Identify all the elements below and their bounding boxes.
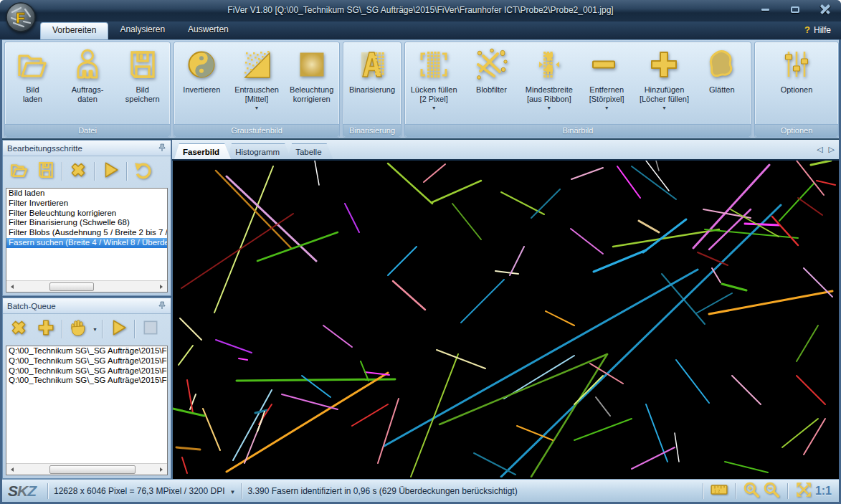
list-item[interactable]: Q:\00_Technikum SG\_SG Aufträge\2015\FiV	[6, 346, 167, 356]
run-batch-button[interactable]	[107, 318, 130, 341]
help-button[interactable]: ? Hilfe	[804, 24, 831, 35]
save-steps-button[interactable]	[34, 160, 57, 183]
ribbon-button-beleuchtung[interactable]: Beleuchtungkorrigieren	[284, 46, 339, 103]
list-item[interactable]: Q:\00_Technikum SG\_SG Aufträge\2015\FiV	[6, 356, 167, 366]
ribbon-button-entfernen[interactable]: Entfernen[Störpixel]▼	[578, 46, 635, 110]
tab-scroll-left-icon[interactable]: ◁	[817, 144, 822, 154]
tab-analysieren[interactable]: Analysieren	[108, 22, 176, 39]
statusbar-divider	[735, 483, 736, 499]
add-batch-button[interactable]	[34, 318, 57, 341]
batch-queue-list[interactable]: Q:\00_Technikum SG\_SG Aufträge\2015\FiV…	[6, 346, 168, 475]
zoom-out-button[interactable]	[761, 482, 781, 500]
viewer-tab-tabelle[interactable]: Tabelle	[287, 143, 333, 159]
list-item[interactable]: Fasern suchen (Breite 4 / Winkel 8 / Übe…	[6, 238, 167, 248]
ribbon-group-datei: BildladenAuftrags-datenBildspeichernDate…	[4, 42, 171, 138]
zoom-ratio-button[interactable]: 1:1	[815, 485, 832, 498]
ribbon-button-mindestbreite[interactable]: Mindestbreite[aus Ribbon]▼	[521, 46, 578, 110]
measure-icon: 1 2	[710, 480, 728, 502]
ribbon-button-auftrags[interactable]: Auftrags-daten	[60, 46, 115, 103]
denoise-icon	[239, 47, 274, 82]
chevron-down-icon: ▼	[230, 489, 236, 495]
button-label: Entrauschen[Mittel]	[234, 85, 279, 103]
list-item[interactable]: Filter Blobs (Ausdehnung 5 / Breite 2 bi…	[6, 228, 167, 238]
measure-button[interactable]: 1 2	[709, 482, 729, 500]
open-steps-button[interactable]	[7, 160, 30, 183]
clear-batch-button[interactable]	[7, 318, 30, 341]
maximize-button[interactable]	[785, 3, 805, 16]
scrollbar-thumb[interactable]	[49, 282, 94, 291]
chevron-down-icon[interactable]: ▼	[255, 105, 260, 110]
processing-steps-list[interactable]: Bild ladenFilter InvertierenFilter Beleu…	[6, 188, 168, 293]
ribbon-button-entrauschen[interactable]: Entrauschen[Mittel]▼	[229, 46, 285, 110]
ribbon-button-hinzufügen[interactable]: Hinzufügen[Löcher füllen]▼	[635, 46, 693, 110]
viewer-tab-faserbild[interactable]: Faserbild	[174, 143, 231, 159]
list-item[interactable]: Filter Binarisierung (Schwelle 68)	[6, 218, 167, 228]
ribbon-button-invertieren[interactable]: Invertieren	[174, 46, 229, 95]
ribbon-button-binarisierung[interactable]: Binarisierung	[343, 46, 401, 95]
button-label: Auftrags-daten	[72, 85, 104, 103]
zoom-in-button[interactable]	[741, 482, 761, 500]
delete-step-button[interactable]	[67, 160, 90, 183]
pause-batch-icon	[69, 318, 87, 340]
ribbon-button-blobfilter[interactable]: Blobfilter	[462, 46, 520, 95]
add-icon	[647, 47, 681, 82]
ribbon-button-bild[interactable]: Bildspeichern	[115, 46, 170, 103]
undo-button[interactable]	[131, 160, 154, 183]
list-item[interactable]: Filter Invertieren	[6, 199, 167, 209]
toolbar-divider	[102, 320, 103, 338]
statusbar-tools: 1 2	[709, 482, 814, 500]
ribbon-button-lücken-füllen[interactable]: Lücken füllen[2 Pixel]▼	[405, 46, 462, 110]
fiber-image-canvas[interactable]	[172, 161, 839, 479]
button-label: Invertieren	[183, 85, 220, 95]
processing-steps-toolbar	[3, 156, 171, 186]
list-item[interactable]: Q:\00_Technikum SG\_SG Aufträge\2015\FiV	[6, 376, 167, 386]
blobfilter-icon	[474, 47, 508, 82]
button-label: Mindestbreite[aus Ribbon]	[526, 85, 573, 103]
chevron-down-icon[interactable]: ▼	[546, 105, 551, 110]
horizontal-scrollbar[interactable]	[6, 463, 167, 475]
button-label: Bildspeichern	[125, 85, 160, 103]
scroll-right-arrow[interactable]	[156, 281, 167, 292]
minimize-button[interactable]	[755, 3, 775, 16]
ribbon-group-label: Binarisierung	[343, 124, 401, 137]
pin-icon[interactable]	[158, 300, 166, 313]
ribbon-button-optionen[interactable]: Optionen	[755, 46, 838, 95]
horizontal-scrollbar[interactable]	[6, 280, 167, 292]
pause-batch-button[interactable]	[67, 318, 90, 341]
button-label: Optionen	[781, 85, 813, 95]
list-item[interactable]: Q:\00_Technikum SG\_SG Aufträge\2015\FiV	[6, 366, 167, 376]
tab-auswerten[interactable]: Auswerten	[176, 22, 240, 39]
ribbon-button-bild[interactable]: Bildladen	[5, 46, 60, 103]
close-button[interactable]	[815, 3, 835, 16]
ribbon-button-glätten[interactable]: Glätten	[693, 46, 751, 95]
add-batch-icon	[37, 318, 55, 340]
chevron-down-icon[interactable]: ▼	[432, 105, 437, 110]
chevron-down-icon[interactable]: ▼	[604, 105, 609, 110]
remove-icon	[589, 47, 624, 82]
list-item[interactable]: Filter Beleuchtung korrigieren	[6, 209, 167, 219]
viewer-tab-histogramm[interactable]: Histogramm	[227, 143, 291, 159]
chevron-down-icon[interactable]: ▼	[92, 327, 98, 332]
list-item[interactable]: Bild laden	[6, 189, 167, 199]
tab-scroll-right-icon[interactable]: ▷	[829, 144, 835, 154]
zoom-fit-button[interactable]	[794, 482, 814, 500]
scrollbar-thumb[interactable]	[49, 465, 136, 474]
app-logo-icon[interactable]: F	[6, 2, 36, 32]
run-steps-icon	[101, 161, 120, 182]
tab-vorbereiten[interactable]: Vorbereiten	[40, 22, 108, 39]
save-image-icon	[125, 47, 160, 82]
batch-queue-toolbar: ▼	[3, 314, 171, 344]
toolbar-divider	[134, 320, 135, 338]
statusbar-divider	[703, 483, 703, 499]
pin-icon[interactable]	[158, 142, 166, 155]
ribbon-group-label: Datei	[5, 124, 170, 137]
fill-gaps-icon	[417, 47, 451, 82]
image-resolution-dropdown[interactable]: 12628 x 6046 Pixel = 76,3 MPixel / 3200 …	[54, 486, 235, 496]
scroll-left-arrow[interactable]	[6, 464, 18, 475]
scroll-right-arrow[interactable]	[156, 464, 167, 475]
scroll-left-arrow[interactable]	[6, 281, 18, 292]
titlebar[interactable]: FiVer V1.80 [Q:\00_Technikum SG\_SG Auft…	[0, 0, 841, 22]
chevron-down-icon[interactable]: ▼	[662, 105, 667, 110]
run-steps-button[interactable]	[99, 160, 122, 183]
menu-bar: VorbereitenAnalysierenAuswerten ? Hilfe	[0, 22, 841, 39]
